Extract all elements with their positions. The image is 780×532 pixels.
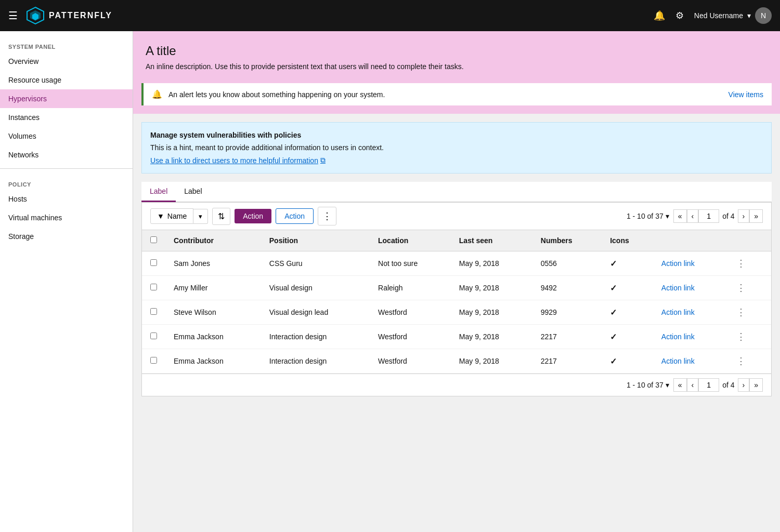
data-table: Contributor Position Location Last seen … xyxy=(142,230,771,374)
row-icons-4: ✓ xyxy=(602,349,653,374)
hint-link[interactable]: Use a link to direct users to more helpf… xyxy=(150,156,326,165)
row-last-seen-0: May 9, 2018 xyxy=(451,251,532,276)
logo-icon xyxy=(26,6,45,25)
row-numbers-1: 9492 xyxy=(532,276,602,300)
sort-button[interactable]: ⇅ xyxy=(212,208,230,225)
row-kebab-4[interactable]: ⋮ xyxy=(733,355,749,367)
table-head: Contributor Position Location Last seen … xyxy=(142,230,771,251)
first-page-button[interactable]: « xyxy=(673,209,687,223)
tabs: Label Label xyxy=(141,182,772,202)
row-checkbox-0[interactable] xyxy=(150,259,157,266)
row-position-4: Interaction design xyxy=(261,349,370,374)
action-primary-button[interactable]: Action xyxy=(235,209,271,223)
alert-icon: 🔔 xyxy=(152,89,162,99)
row-action-4: Action link xyxy=(653,349,725,374)
hamburger-menu[interactable]: ☰ xyxy=(8,9,18,22)
row-kebab-cell-0: ⋮ xyxy=(725,251,771,276)
table-body: Sam Jones CSS Guru Not too sure May 9, 2… xyxy=(142,251,771,374)
sidebar-item-volumes[interactable]: Volumes xyxy=(0,127,133,145)
bottom-count-caret: ▾ xyxy=(666,381,669,389)
row-icons-3: ✓ xyxy=(602,325,653,349)
tab-label-1[interactable]: Label xyxy=(141,182,176,202)
count-caret: ▾ xyxy=(666,212,669,220)
row-location-0: Not too sure xyxy=(370,251,451,276)
bottom-next-page-button[interactable]: › xyxy=(738,378,750,392)
bottom-pagination: 1 - 10 of 37 ▾ « ‹ of 4 › » xyxy=(142,374,771,396)
row-kebab-cell-3: ⋮ xyxy=(725,325,771,349)
sidebar-item-virtual-machines[interactable]: Virtual machines xyxy=(0,208,133,227)
select-all-checkbox[interactable] xyxy=(150,236,157,243)
sidebar-item-resource-usage[interactable]: Resource usage xyxy=(0,71,133,89)
tab-label-2[interactable]: Label xyxy=(176,182,210,202)
filter-icon: ▼ xyxy=(157,212,164,220)
action-link-1[interactable]: Action link xyxy=(661,284,695,292)
row-action-3: Action link xyxy=(653,325,725,349)
filter-dropdown-button[interactable]: ▾ xyxy=(193,209,208,224)
user-menu[interactable]: Ned Username ▾ N xyxy=(694,7,772,24)
bottom-page-input[interactable] xyxy=(698,378,719,392)
pagination-nav: « ‹ of 4 › » xyxy=(673,209,763,223)
filter-button[interactable]: ▼ Name xyxy=(150,208,193,224)
action-link-4[interactable]: Action link xyxy=(661,357,695,365)
page-input[interactable] xyxy=(698,209,719,223)
row-checkbox-1[interactable] xyxy=(150,284,157,290)
row-checkbox-3[interactable] xyxy=(150,332,157,339)
prev-page-button[interactable]: ‹ xyxy=(687,209,699,223)
row-kebab-1[interactable]: ⋮ xyxy=(733,282,749,294)
row-kebab-3[interactable]: ⋮ xyxy=(733,330,749,343)
bottom-count[interactable]: 1 - 10 of 37 ▾ xyxy=(627,381,669,389)
sidebar-system-panel-label: System panel xyxy=(0,35,133,52)
row-checkbox-cell xyxy=(142,325,165,349)
brand-name: PATTERNFLY xyxy=(49,11,112,20)
table-row: Amy Miller Visual design Raleigh May 9, … xyxy=(142,276,771,300)
bottom-prev-page-button[interactable]: ‹ xyxy=(687,378,699,392)
table-row: Steve Wilson Visual design lead Westford… xyxy=(142,300,771,325)
sidebar-divider xyxy=(0,168,133,169)
last-page-button[interactable]: » xyxy=(749,209,763,223)
sidebar-item-storage[interactable]: Storage xyxy=(0,227,133,246)
action-link-3[interactable]: Action link xyxy=(661,332,695,341)
sidebar-item-instances[interactable]: Instances xyxy=(0,108,133,127)
hint-title: Manage system vulnerabilities with polic… xyxy=(150,131,763,139)
sidebar-item-hosts[interactable]: Hosts xyxy=(0,190,133,208)
sidebar-item-overview[interactable]: Overview xyxy=(0,52,133,71)
filter-label: Name xyxy=(167,212,187,220)
topnav: ☰ PATTERNFLY 🔔 ⚙ Ned Username ▾ N xyxy=(0,0,780,31)
row-checkbox-cell xyxy=(142,251,165,276)
row-kebab-2[interactable]: ⋮ xyxy=(733,306,749,318)
toolbar: ▼ Name ▾ ⇅ Action Action ⋮ 1 - 10 of 37 … xyxy=(142,203,771,230)
hint-link-icon: ⧉ xyxy=(320,156,326,165)
row-checkbox-2[interactable] xyxy=(150,308,157,315)
row-checkbox-cell xyxy=(142,349,165,374)
bottom-first-page-button[interactable]: « xyxy=(673,378,687,392)
sidebar-policy-label: Policy xyxy=(0,173,133,190)
row-location-1: Raleigh xyxy=(370,276,451,300)
row-numbers-0: 0556 xyxy=(532,251,602,276)
gear-icon[interactable]: ⚙ xyxy=(675,10,684,21)
bell-icon[interactable]: 🔔 xyxy=(654,10,665,21)
count-label: 1 - 10 of 37 xyxy=(627,212,664,220)
bottom-page-of-label: of 4 xyxy=(719,381,737,389)
alert-view-items-link[interactable]: View items xyxy=(729,90,763,99)
row-checkbox-4[interactable] xyxy=(150,357,157,364)
pagination-info: 1 - 10 of 37 ▾ « ‹ of 4 › » xyxy=(627,209,763,223)
hint-body: This is a hint, meant to provide additio… xyxy=(150,143,763,152)
row-kebab-cell-2: ⋮ xyxy=(725,300,771,325)
sidebar-item-networks[interactable]: Networks xyxy=(0,145,133,164)
bottom-last-page-button[interactable]: » xyxy=(749,378,763,392)
layout: System panel Overview Resource usage Hyp… xyxy=(0,31,780,532)
row-kebab-0[interactable]: ⋮ xyxy=(733,257,749,270)
page-of-label: of 4 xyxy=(719,212,737,220)
toolbar-kebab-button[interactable]: ⋮ xyxy=(318,207,336,225)
action-link-2[interactable]: Action link xyxy=(661,308,695,316)
row-location-4: Westford xyxy=(370,349,451,374)
next-page-button[interactable]: › xyxy=(738,209,750,223)
action-secondary-button[interactable]: Action xyxy=(276,208,314,224)
pagination-count[interactable]: 1 - 10 of 37 ▾ xyxy=(627,212,669,220)
row-contributor-3: Emma Jackson xyxy=(165,325,261,349)
sidebar-item-hypervisors[interactable]: Hypervisors xyxy=(0,89,133,108)
action-link-0[interactable]: Action link xyxy=(661,259,695,268)
page-description: An inline description. Use this to provi… xyxy=(146,62,768,71)
content-area: Manage system vulnerabilities with polic… xyxy=(133,114,780,405)
row-position-3: Interaction design xyxy=(261,325,370,349)
